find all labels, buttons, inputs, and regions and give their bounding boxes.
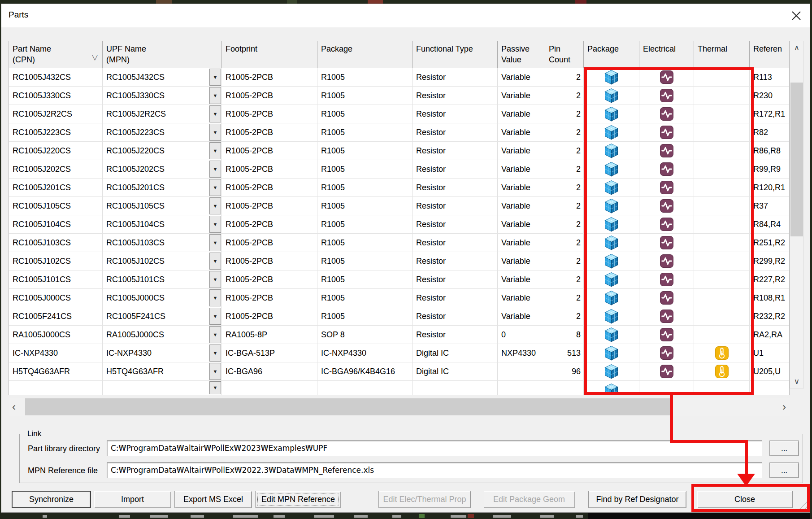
column-header-therm_icon[interactable]: Thermal [694, 41, 750, 68]
cell-pin-count: 2 [545, 197, 584, 215]
mpn-dropdown-button[interactable]: ▼ [209, 105, 221, 122]
table-row[interactable]: RC1005J202CSRC1005J202CS▼R1005-2PCBR1005… [9, 160, 789, 179]
cell-package-status [584, 381, 639, 395]
mpn-dropdown-button[interactable]: ▼ [209, 69, 221, 86]
vertical-scrollbar[interactable]: ∧ ∨ [790, 41, 804, 388]
package-cube-icon [604, 107, 618, 122]
table-row[interactable]: RC1005J432CSRC1005J432CS▼R1005-2PCBR1005… [9, 68, 789, 87]
cell-footprint: R1005-2PCB [222, 160, 317, 178]
mpn-dropdown-button[interactable]: ▼ [209, 234, 221, 251]
table-row-partial[interactable]: ▼ [9, 381, 789, 395]
mpn-dropdown-button[interactable]: ▼ [209, 161, 221, 178]
table-row[interactable]: RC1005J101CSRC1005J101CS▼R1005-2PCBR1005… [9, 270, 789, 289]
column-header-label: Package [321, 44, 410, 54]
cell-footprint: R1005-2PCB [222, 197, 317, 215]
chevron-down-icon: ▼ [213, 148, 218, 153]
column-header-elec_icon[interactable]: Electrical [639, 41, 694, 68]
cell-thermal-status [694, 215, 750, 233]
table-row[interactable]: RA1005J000CSRA1005J000CS▼RA1005-8PSOP 8R… [9, 326, 789, 344]
link-group: Link Part library directory C:₩ProgramDa… [19, 434, 803, 483]
chevron-down-icon: ▼ [213, 222, 218, 227]
table-row[interactable]: RC1005J104CSRC1005J104CS▼R1005-2PCBR1005… [9, 215, 789, 234]
cell-functional-type: Resistor [413, 215, 498, 233]
mpn-dropdown-button[interactable]: ▼ [209, 271, 221, 288]
button-export-ms-excel[interactable]: Export MS Excel [174, 491, 252, 508]
mpn-dropdown-button[interactable]: ▼ [209, 381, 221, 394]
mpn-dropdown-button[interactable]: ▼ [209, 87, 221, 104]
cell-electrical-status [639, 142, 694, 160]
table-row[interactable]: RC1005J103CSRC1005J103CS▼R1005-2PCBR1005… [9, 234, 789, 252]
table-row[interactable]: IC-NXP4330IC-NXP4330▼IC-BGA-513PIC-NXP43… [9, 344, 789, 362]
mpn-dropdown-button[interactable]: ▼ [209, 142, 221, 159]
cell-functional-type [413, 381, 498, 395]
column-header-pvalue[interactable]: PassiveValue [498, 41, 545, 68]
part-library-directory-field[interactable]: C:₩ProgramData₩altair₩PollEx₩2023₩Exampl… [107, 440, 762, 456]
table-row[interactable]: RC1005J000CSRC1005J000CS▼R1005-2PCBR1005… [9, 289, 789, 307]
cell-package-status [584, 87, 639, 105]
mpn-reference-browse-button[interactable]: ... [769, 462, 799, 478]
column-header-pkg_icon[interactable]: Package [584, 41, 639, 68]
mpn-dropdown-button[interactable]: ▼ [209, 308, 221, 325]
scroll-left-icon[interactable]: ‹ [12, 401, 16, 413]
mpn-dropdown-button[interactable]: ▼ [209, 253, 221, 270]
column-header-ftype[interactable]: Functional Type [413, 41, 498, 68]
table-row[interactable]: RC1005F241CSRC1005F241CS▼R1005-2PCBR1005… [9, 307, 789, 326]
mpn-dropdown-button[interactable]: ▼ [209, 216, 221, 233]
table-row[interactable]: RC1005J330CSRC1005J330CS▼R1005-2PCBR1005… [9, 87, 789, 105]
table-row[interactable]: RC1005J102CSRC1005J102CS▼R1005-2PCBR1005… [9, 252, 789, 270]
button-edit-elec-thermal-prop: Edit Elec/Thermal Prop [378, 491, 471, 508]
cell-electrical-status [639, 307, 694, 325]
cell-electrical-status [639, 289, 694, 307]
table-row[interactable]: RC1005J105CSRC1005J105CS▼R1005-2PCBR1005… [9, 197, 789, 215]
cell-package-status [584, 68, 639, 86]
cell-reference: R227,R2 [750, 270, 790, 288]
cell-reference [750, 381, 789, 395]
mpn-dropdown-button[interactable]: ▼ [209, 363, 221, 380]
button-find-by-ref-designator[interactable]: Find by Ref Designator [588, 491, 686, 508]
cell-footprint: R1005-2PCB [222, 87, 317, 105]
mpn-dropdown-button[interactable]: ▼ [209, 124, 221, 141]
vertical-scrollbar-thumb[interactable] [790, 83, 803, 236]
cell-passive-value: Variable [498, 105, 545, 123]
table-row[interactable]: RC1005J223CSRC1005J223CS▼R1005-2PCBR1005… [9, 123, 789, 142]
cell-part-name: RC1005J2R2CS [9, 105, 103, 123]
cell-reference: R230 [750, 87, 790, 105]
button-import[interactable]: Import [94, 491, 171, 508]
column-header-cpn[interactable]: Part Name(CPN)▽ [9, 41, 103, 68]
scroll-down-icon[interactable]: ∨ [790, 377, 803, 386]
mpn-reference-file-field[interactable]: C:₩ProgramData₩Altair₩PollEx₩2022.3₩Data… [107, 462, 762, 478]
mpn-dropdown-button[interactable]: ▼ [209, 289, 221, 306]
button-close[interactable]: Close [697, 491, 793, 508]
horizontal-scrollbar[interactable]: ‹ › [9, 398, 790, 416]
background-fragment [354, 515, 368, 518]
table-row[interactable]: RC1005J220CSRC1005J220CS▼R1005-2PCBR1005… [9, 142, 789, 160]
mpn-dropdown-button[interactable]: ▼ [209, 345, 221, 362]
scroll-right-icon[interactable]: › [782, 401, 786, 413]
column-header-label: Referen [753, 44, 788, 54]
electrical-waveform-icon [660, 181, 673, 194]
button-synchronize[interactable]: Synchronize [12, 491, 91, 508]
dialog-close-button[interactable] [787, 7, 806, 25]
button-edit-mpn-reference[interactable]: Edit MPN Reference [255, 491, 341, 508]
mpn-dropdown-button[interactable]: ▼ [209, 326, 221, 343]
resize-grip-icon[interactable] [796, 498, 808, 510]
cell-package: R1005 [317, 68, 413, 86]
cell-pin-count: 2 [545, 215, 584, 233]
table-row[interactable]: RC1005J201CSRC1005J201CS▼R1005-2PCBR1005… [9, 179, 789, 197]
column-header-pins[interactable]: PinCount [545, 41, 584, 68]
column-header-footprint[interactable]: Footprint [222, 41, 317, 68]
mpn-dropdown-button[interactable]: ▼ [209, 197, 221, 214]
cell-passive-value: 0 [498, 326, 545, 344]
column-header-package[interactable]: Package [317, 41, 413, 68]
horizontal-scrollbar-thumb[interactable] [25, 398, 671, 415]
scroll-up-icon[interactable]: ∧ [790, 43, 803, 52]
column-header-mpn[interactable]: UPF Name(MPN) [103, 41, 222, 68]
cell-package-status [584, 197, 639, 215]
column-header-reference[interactable]: Referen [750, 41, 790, 68]
mpn-dropdown-button[interactable]: ▼ [209, 179, 221, 196]
cell-electrical-status [639, 179, 694, 196]
part-library-browse-button[interactable]: ... [769, 440, 799, 456]
column-header-label: UPF Name [106, 44, 220, 54]
table-row[interactable]: H5TQ4G63AFRH5TQ4G63AFR▼IC-BGA96IC-BGA96/… [9, 362, 789, 381]
table-row[interactable]: RC1005J2R2CSRC1005J2R2CS▼R1005-2PCBR1005… [9, 105, 789, 123]
